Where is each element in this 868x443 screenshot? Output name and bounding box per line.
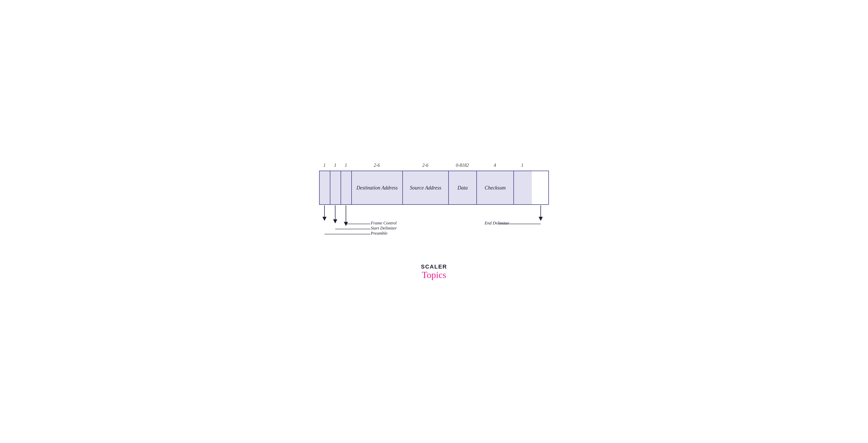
logo-scaler-text: SCALER xyxy=(421,264,447,270)
size-label-4: 2-6 xyxy=(351,163,402,168)
size-label-1: 1 xyxy=(319,163,330,168)
size-label-8: 1 xyxy=(514,163,531,168)
logo-topics-text: Topics xyxy=(422,270,446,280)
frame-control-annotation: Frame Control xyxy=(371,220,397,226)
size-labels-row: 1 1 1 2-6 2-6 0-8182 4 1 xyxy=(319,163,549,171)
size-label-5: 2-6 xyxy=(402,163,448,168)
end-delimiter-annotation: End Delimiter xyxy=(485,220,509,226)
source-address-cell: Source Address xyxy=(403,171,449,204)
frame-diagram: Destination Address Source Address Data … xyxy=(319,171,549,205)
size-label-3: 1 xyxy=(341,163,351,168)
diagram-container: 1 1 1 2-6 2-6 0-8182 4 1 Destination Add… xyxy=(319,163,549,280)
destination-address-cell: Destination Address xyxy=(352,171,403,204)
data-cell: Data xyxy=(449,171,477,204)
checksum-cell: Checksum xyxy=(477,171,514,204)
preamble-cell xyxy=(320,171,330,204)
annotations-section: Frame Control Start Delimiter Preamble E… xyxy=(319,205,549,256)
start-delimiter-annotation: Start Delimiter xyxy=(371,226,397,231)
preamble-annotation: Preamble xyxy=(371,231,387,236)
frame-control-cell xyxy=(341,171,352,204)
size-label-6: 0-8182 xyxy=(448,163,476,168)
size-label-2: 1 xyxy=(330,163,341,168)
size-label-7: 4 xyxy=(476,163,514,168)
end-delimiter-cell xyxy=(514,171,532,204)
start-delimiter-cell xyxy=(330,171,341,204)
annotations-svg xyxy=(319,205,549,256)
logo-container: SCALER Topics xyxy=(319,264,549,280)
